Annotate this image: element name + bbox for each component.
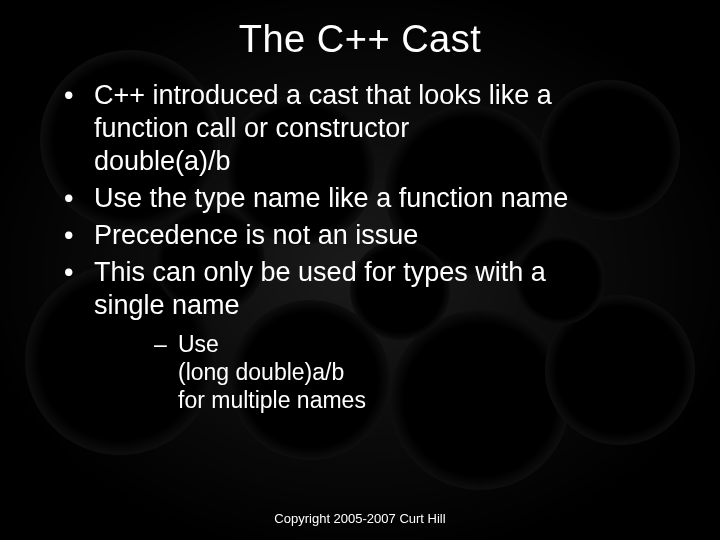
sub-bullet-item: Use(long double)a/bfor multiple names (154, 330, 690, 414)
sub-bullet-list: Use(long double)a/bfor multiple names (154, 330, 690, 414)
bullet-item: Use the type name like a function name (60, 182, 690, 215)
copyright-footer: Copyright 2005-2007 Curt Hill (0, 511, 720, 526)
slide: The C++ Cast C++ introduced a cast that … (0, 0, 720, 540)
bullet-list: C++ introduced a cast that looks like af… (60, 79, 690, 414)
bullet-item: C++ introduced a cast that looks like af… (60, 79, 690, 178)
bullet-item: This can only be used for types with asi… (60, 256, 690, 414)
slide-content: The C++ Cast C++ introduced a cast that … (0, 0, 720, 414)
bullet-item: Precedence is not an issue (60, 219, 690, 252)
slide-title: The C++ Cast (30, 18, 690, 61)
